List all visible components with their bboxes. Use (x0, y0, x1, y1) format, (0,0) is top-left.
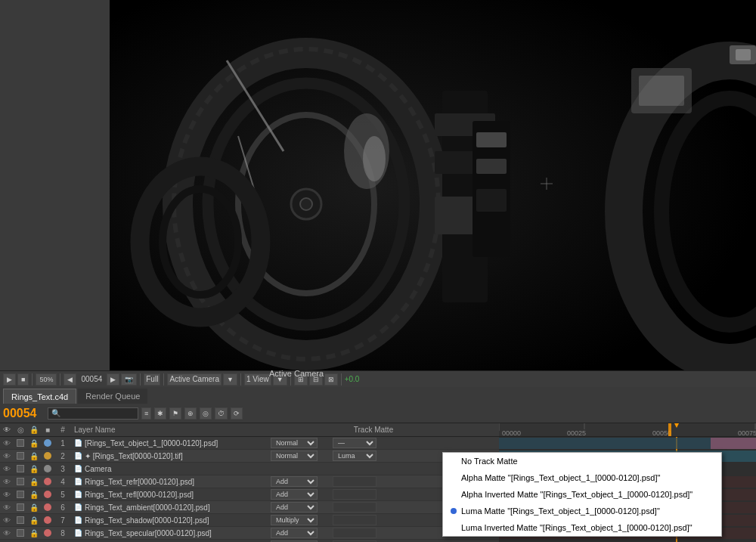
zoom-level[interactable]: 50% (36, 373, 57, 386)
lock-toggle-4[interactable]: 🔒 (27, 478, 41, 486)
layer-name-1: [Rings_Text_object_1_[0000-0120].psd] (85, 439, 260, 448)
camera-dropdown[interactable]: Active Camera (167, 373, 222, 386)
layer-trackmatte-7[interactable] (328, 515, 381, 525)
timeline-btn-4[interactable]: ⊕ (184, 407, 197, 420)
tm-btn-4[interactable] (333, 476, 376, 487)
solo-toggle-2[interactable] (14, 452, 27, 460)
lock-toggle-8[interactable]: 🔒 (27, 529, 41, 537)
layer-trackmatte-1[interactable]: — (328, 438, 381, 448)
frame-step-back[interactable]: ◀ (64, 373, 76, 386)
layout-btn2[interactable]: ⊟ (309, 373, 323, 386)
layer-color-8[interactable] (41, 529, 54, 537)
camera-dropdown-arrow[interactable]: ▼ (223, 373, 237, 386)
timeline-btn-2[interactable]: ✱ (154, 407, 166, 420)
tm-menu-item-0[interactable]: No Track Matte (443, 453, 721, 469)
play-button[interactable]: ▶ (3, 373, 16, 386)
solo-toggle-1[interactable] (14, 439, 27, 447)
layout-btn1[interactable]: ⊞ (294, 373, 308, 386)
layer-controls-8: NormalAddMultiplyScreenOverlay (260, 528, 328, 538)
solo-toggle-6[interactable] (14, 503, 27, 511)
eye-toggle-7[interactable]: 👁 (0, 516, 14, 525)
mode-dropdown-8[interactable]: NormalAddMultiplyScreenOverlay (271, 528, 318, 538)
camera-icon-btn[interactable]: 📷 (121, 373, 137, 386)
view-dropdown-arrow[interactable]: ▼ (273, 373, 287, 386)
tm-dropdown-2[interactable]: Luma (333, 451, 376, 461)
tm-btn-5[interactable] (333, 489, 376, 500)
layer-row-4[interactable]: 👁 🔒 4 📄 Rings_Text_refr[0000-0120].psd] … (0, 475, 499, 488)
lock-toggle-1[interactable]: 🔒 (27, 439, 41, 448)
svg-rect-36 (668, 423, 671, 437)
solo-toggle-7[interactable] (14, 516, 27, 524)
lock-toggle-7[interactable]: 🔒 (27, 516, 41, 525)
resolution-dropdown[interactable]: Full (144, 373, 160, 386)
layer-color-6[interactable] (41, 503, 54, 511)
timeline-btn-7[interactable]: ⟳ (231, 407, 243, 420)
layer-name-4: Rings_Text_refr[0000-0120].psd] (85, 478, 260, 486)
layer-trackmatte-6[interactable] (328, 502, 381, 513)
solo-toggle-3[interactable] (14, 465, 27, 472)
view-dropdown[interactable]: 1 View (244, 373, 271, 386)
eye-toggle-4[interactable]: 👁 (0, 478, 14, 486)
lock-toggle-6[interactable]: 🔒 (27, 503, 41, 512)
mode-dropdown-1[interactable]: NormalAddMultiplyScreenOverlay (271, 438, 318, 448)
layer-trackmatte-4[interactable] (328, 476, 381, 487)
tab-rings-text[interactable]: Rings_Text.c4d (3, 389, 76, 404)
frame-step-fwd[interactable]: ▶ (107, 373, 119, 386)
mode-dropdown-7[interactable]: NormalAddMultiplyScreenOverlay (271, 515, 318, 525)
layer-row-5[interactable]: 👁 🔒 5 📄 Rings_Text_refl[0000-0120].psd] … (0, 488, 499, 501)
timeline-btn-5[interactable]: ◎ (200, 407, 212, 420)
layer-color-7[interactable] (41, 516, 54, 524)
solo-toggle-8[interactable] (14, 529, 27, 537)
eye-toggle-3[interactable]: 👁 (0, 465, 14, 473)
layer-color-2[interactable] (41, 452, 54, 460)
layer-row-1[interactable]: 👁 🔒 1 📄 [Rings_Text_object_1_[0000-0120]… (0, 437, 499, 450)
timeline-btn-1[interactable]: ≡ (141, 407, 151, 420)
layout-btn3[interactable]: ⊠ (324, 373, 338, 386)
lock-toggle-5[interactable]: 🔒 (27, 491, 41, 499)
radio-empty (451, 525, 457, 531)
lock-toggle-3[interactable]: 🔒 (27, 465, 41, 473)
layer-row-7[interactable]: 👁 🔒 7 📄 Rings_Text_shadow[0000-0120].psd… (0, 514, 499, 527)
svg-rect-29 (499, 423, 756, 437)
solo-toggle-5[interactable] (14, 491, 27, 498)
solo-toggle-4[interactable] (14, 478, 27, 485)
tm-menu-item-1[interactable]: Alpha Matte "[Rings_Text_object_1_[0000-… (443, 469, 721, 486)
mode-dropdown-6[interactable]: NormalAddMultiplyScreenOverlay (271, 502, 318, 513)
layer-row-3[interactable]: 👁 🔒 3 📄 Camera (0, 463, 499, 475)
layer-trackmatte-5[interactable] (328, 489, 381, 500)
eye-toggle-8[interactable]: 👁 (0, 529, 14, 537)
layer-color-4[interactable] (41, 478, 54, 485)
mode-dropdown-4[interactable]: NormalAddMultiplyScreenOverlay (271, 476, 318, 487)
layer-search-input[interactable] (48, 407, 138, 420)
tab-render-queue[interactable]: Render Queue (78, 389, 147, 404)
tm-btn-8[interactable] (333, 528, 376, 538)
timeline-btn-6[interactable]: ⏱ (215, 407, 228, 420)
eye-toggle-5[interactable]: 👁 (0, 491, 14, 499)
tm-btn-7[interactable] (333, 515, 376, 525)
viewport-canvas[interactable] (110, 0, 756, 370)
tm-menu-item-3[interactable]: Luma Matte "[Rings_Text_object_1_[0000-0… (443, 503, 721, 519)
tm-btn-6[interactable] (333, 502, 376, 513)
timeline-btn-3[interactable]: ⚑ (169, 407, 181, 420)
layer-color-1[interactable] (41, 439, 54, 447)
layer-trackmatte-8[interactable] (328, 528, 381, 538)
layer-row-6[interactable]: 👁 🔒 6 📄 Rings_Text_ambient[0000-0120].ps… (0, 501, 499, 514)
stop-button[interactable]: ■ (17, 373, 29, 386)
tm-dropdown-1[interactable]: — (333, 438, 376, 448)
mode-dropdown-2[interactable]: NormalAddMultiplyScreenOverlay (271, 451, 318, 461)
eye-toggle-2[interactable]: 👁 (0, 452, 14, 460)
lock-toggle-2[interactable]: 🔒 (27, 452, 41, 460)
mode-dropdown-5[interactable]: NormalAddMultiplyScreenOverlay (271, 489, 318, 500)
track-matte-menu[interactable]: No Track MatteAlpha Matte "[Rings_Text_o… (442, 452, 722, 537)
layer-color-5[interactable] (41, 491, 54, 498)
tm-menu-item-4[interactable]: Luma Inverted Matte "[Rings_Text_object_… (443, 519, 721, 536)
layer-type-icon-8: 📄 (71, 529, 85, 537)
tm-menu-item-2[interactable]: Alpha Inverted Matte "[Rings_Text_object… (443, 486, 721, 503)
eye-toggle-6[interactable]: 👁 (0, 503, 14, 512)
layer-controls-6: NormalAddMultiplyScreenOverlay (260, 502, 328, 513)
eye-toggle-1[interactable]: 👁 (0, 439, 14, 448)
layer-color-3[interactable] (41, 465, 54, 472)
layer-row-8[interactable]: 👁 🔒 8 📄 Rings_Text_specular[0000-0120].p… (0, 527, 499, 540)
layer-row-2[interactable]: 👁 🔒 2 📄 ✦ [Rings_Text[0000-0120].tif] No… (0, 450, 499, 463)
layer-trackmatte-2[interactable]: Luma (328, 451, 381, 461)
